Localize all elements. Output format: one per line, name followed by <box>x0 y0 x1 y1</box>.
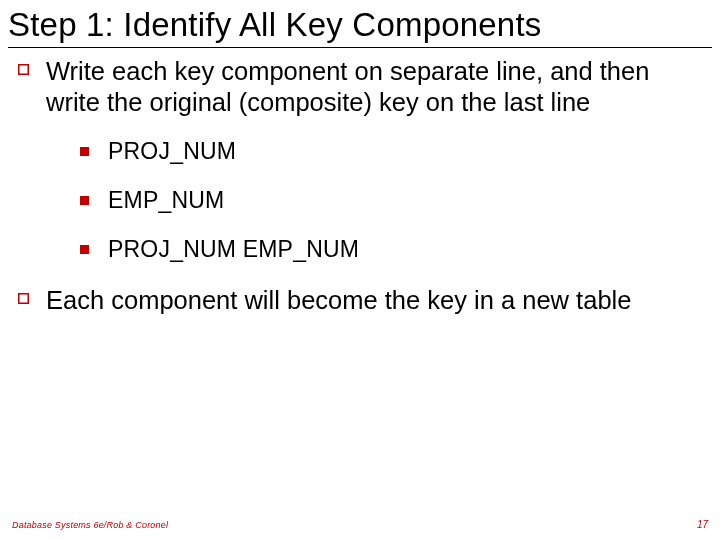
sub-list: PROJ_NUM EMP_NUM PROJ_NUM EMP_NUM <box>18 130 702 263</box>
sub-bullet-text: EMP_NUM <box>108 187 224 214</box>
square-outline-icon <box>18 285 46 304</box>
sub-bullet-text: PROJ_NUM EMP_NUM <box>108 236 359 263</box>
slide-title: Step 1: Identify All Key Components <box>0 0 720 44</box>
slide: Step 1: Identify All Key Components Writ… <box>0 0 720 540</box>
sub-bullet-text: PROJ_NUM <box>108 138 236 165</box>
slide-body: Write each key component on separate lin… <box>0 48 720 316</box>
square-filled-icon <box>80 196 108 205</box>
svg-rect-1 <box>19 294 29 304</box>
footer-source: Database Systems 6e/Rob & Coronel <box>12 520 168 530</box>
bullet-item: Write each key component on separate lin… <box>18 56 702 118</box>
footer: Database Systems 6e/Rob & Coronel 17 <box>0 519 720 530</box>
bullet-text: Write each key component on separate lin… <box>46 56 702 118</box>
sub-bullet-item: PROJ_NUM <box>80 138 702 165</box>
svg-rect-0 <box>19 65 29 75</box>
square-outline-icon <box>18 56 46 75</box>
square-filled-icon <box>80 147 108 156</box>
bullet-item: Each component will become the key in a … <box>18 285 702 316</box>
bullet-text: Each component will become the key in a … <box>46 285 631 316</box>
sub-bullet-item: PROJ_NUM EMP_NUM <box>80 236 702 263</box>
page-number: 17 <box>697 519 708 530</box>
sub-bullet-item: EMP_NUM <box>80 187 702 214</box>
square-filled-icon <box>80 245 108 254</box>
